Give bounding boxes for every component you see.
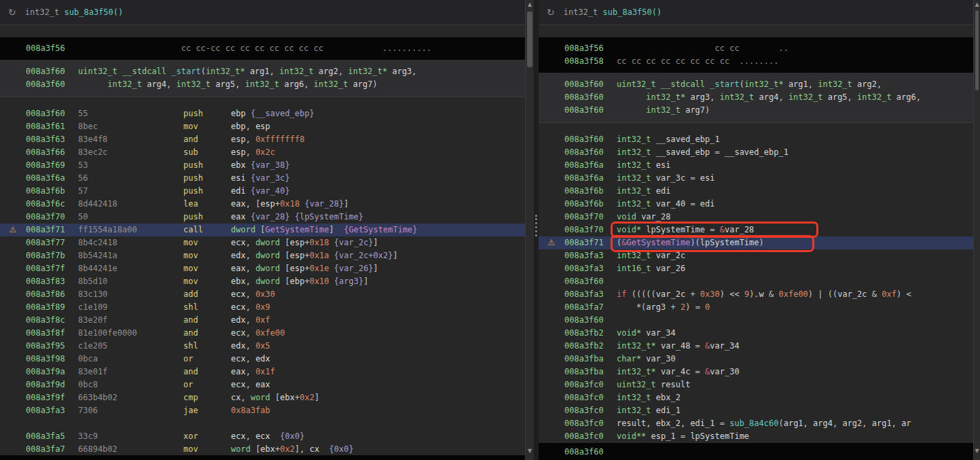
code-row[interactable]: 008a3f60 int32_t arg7) — [539, 104, 973, 117]
row-gutter — [539, 55, 564, 68]
token: esp — [290, 264, 305, 273]
scrollbar-thumb[interactable] — [527, 12, 532, 67]
section-sig: 008a3f60uint32_t __stdcall _start(int32_… — [0, 60, 525, 96]
left-scrollbar[interactable]: ▲ ▼ — [525, 0, 534, 460]
code-row[interactable]: 008a3fc0int32_t ebx_2 — [539, 391, 973, 404]
code-row[interactable]: 008a3f6aint32_t var_3c = esi — [539, 172, 973, 185]
token: ecx — [231, 328, 246, 338]
asm-row[interactable]: 008a3f6383e4f8andesp, 0xfffffff8 — [0, 133, 525, 146]
right-scrollbar[interactable]: ▲ ▼ — [973, 0, 980, 460]
asm-row[interactable]: 008a3f7f8b44241emoveax, dword [esp+0x1e … — [0, 262, 525, 275]
code-tokens: eax, [esp+0x18 {var_28}] — [231, 198, 525, 211]
code-row[interactable]: 008a3f6bint32_t var_40 = edi — [539, 198, 973, 211]
asm-row[interactable]: 008a3f95c1e205shledx, 0x5 — [0, 340, 525, 353]
scroll-up-button[interactable]: ▲ — [974, 0, 980, 10]
asm-row[interactable]: 008a3f8c83e20fandedx, 0xf — [0, 314, 525, 327]
token: GetSystemTime — [626, 238, 690, 247]
asm-row[interactable]: 008a3f8f81e100fe0000andecx, 0xfe00 — [0, 327, 525, 340]
code-row[interactable] — [0, 417, 525, 430]
address: 008a3f89 — [26, 301, 78, 314]
refresh-icon[interactable]: ↻ — [8, 7, 16, 18]
token: uint32_t — [617, 380, 661, 389]
code-row[interactable]: 008a3f6aint32_t esi — [539, 159, 973, 172]
splitter-grip-icon[interactable] — [535, 215, 537, 236]
code-row[interactable]: 008a3f58cc cc cc cc cc cc cc cc ........ — [539, 55, 973, 68]
code-row[interactable]: ⚠008a3f71(&GetSystemTime)(lpSystemTime) — [539, 236, 973, 249]
instruction-bytes: 0bc8 — [78, 378, 183, 391]
token: [ — [285, 264, 290, 273]
code-row[interactable]: 008a3fb2int32_t* var_48 = &var_34 — [539, 340, 973, 353]
address: 008a3fa7 — [564, 301, 617, 314]
asm-row[interactable]: ⚠008a3f71ff1554a18a00calldword [GetSyste… — [0, 224, 525, 236]
code-row[interactable]: 008a3f60 — [539, 314, 973, 327]
asm-row[interactable]: 008a3f8683c130addecx, 0x30 — [0, 288, 525, 301]
address: 008a3f9f — [26, 391, 78, 404]
token: int32_t — [279, 67, 314, 76]
code-row[interactable]: 008a3f60 int32_t arg4, int32_t arg5, int… — [0, 78, 525, 91]
token: = — [685, 173, 700, 183]
asm-row[interactable]: 008a3f6055pushebp {__saved_ebp} — [0, 107, 525, 120]
function-name[interactable]: sub_8a3f50() — [603, 7, 662, 17]
code-row[interactable]: 008a3fbaint32_t* var_4c = &var_30 — [539, 366, 973, 378]
code-row[interactable]: 008a3f60uint32_t __stdcall _start(int32_… — [0, 65, 525, 78]
asm-row[interactable]: 008a3f838b5d10movebx, dword [ebp+0x10 {a… — [0, 275, 525, 288]
code-row[interactable]: 008a3fb2void* var_34 — [539, 327, 973, 340]
code-row[interactable]: 008a3f60 — [539, 275, 973, 288]
code-row[interactable]: 008a3fc0uint32_t result — [539, 378, 973, 391]
asm-row[interactable]: 008a3f7b8b54241amovedx, dword [esp+0x1a … — [0, 249, 525, 262]
asm-row[interactable]: 008a3fa533c9xorecx, ecx {0x0} — [0, 430, 525, 443]
asm-row[interactable]: 008a3f9a83e01fandeax, 0x1f — [0, 366, 525, 378]
address: 008a3f9a — [26, 366, 78, 378]
address: 008a3f63 — [26, 133, 78, 146]
code-row[interactable]: 008a3fc0result, ebx_2, edi_1 = sub_8a4c6… — [539, 417, 973, 430]
asm-row[interactable]: 008a3f89c1e109shlecx, 0x9 — [0, 301, 525, 314]
pane-splitter[interactable] — [534, 0, 539, 460]
code-row[interactable]: 008a3fbachar* var_30 — [539, 353, 973, 366]
asm-row[interactable]: 008a3f618becmovebp, esp — [0, 120, 525, 133]
row-gutter — [0, 443, 26, 456]
code-row[interactable]: 008a3f56 cc cc-cc cc cc cc cc cc cc cc .… — [0, 42, 525, 55]
scroll-down-button[interactable]: ▼ — [526, 446, 534, 456]
asm-row[interactable]: 008a3f6683ec2csubesp, 0x2c — [0, 146, 525, 159]
token: int32_t — [617, 186, 656, 196]
asm-row[interactable]: 008a3f778b4c2418movecx, dword [esp+0x18 … — [0, 236, 525, 249]
code-row[interactable]: 008a3f56 cc cc .. — [539, 42, 973, 55]
scrollbar-thumb[interactable] — [975, 10, 979, 90]
scroll-up-button[interactable]: ▲ — [526, 0, 534, 10]
scroll-down-button[interactable]: ▼ — [974, 446, 980, 456]
asm-row[interactable]: 008a3f9d0bc8orecx, eax — [0, 378, 525, 391]
address: 008a3fc0 — [564, 404, 617, 417]
code-row[interactable]: 008a3fc0void** esp_1 = lpSystemTime — [539, 430, 973, 443]
row-gutter — [539, 430, 564, 443]
code-row[interactable]: 008a3fa3int32_t var_2c — [539, 249, 973, 262]
asm-row[interactable]: 008a3f980bcaorecx, edx — [0, 353, 525, 366]
token: , — [246, 264, 255, 273]
code-row[interactable]: 008a3fa3int16_t var_26 — [539, 262, 973, 275]
token: arg4 — [754, 92, 778, 102]
code-row[interactable]: 008a3f6bint32_t edi — [539, 185, 973, 198]
code-row[interactable]: 008a3fa7 *(arg3 + 2) = 0 — [539, 301, 973, 314]
code-tokens: int32_t edi — [617, 185, 973, 198]
asm-row[interactable]: 008a3fa766894b02movword [ebx+0x2], cx {0… — [0, 443, 525, 456]
asm-row[interactable]: 008a3f6953pushebx {var_38} — [0, 159, 525, 172]
code-row[interactable]: 008a3f70void* lpSystemTime = &var_28 — [539, 224, 973, 236]
asm-row[interactable]: 008a3f6a56pushesi {var_3c} — [0, 172, 525, 185]
asm-row[interactable]: 008a3fa37306jae0x8a3fab — [0, 404, 525, 417]
refresh-icon[interactable]: ↻ — [547, 7, 555, 18]
asm-row[interactable]: 008a3f6c8d442418leaeax, [esp+0x18 {var_2… — [0, 198, 525, 211]
asm-row[interactable]: 008a3f6b57pushedi {var_40} — [0, 185, 525, 198]
code-row[interactable]: 008a3f60int32_t __saved_ebp = __saved_eb… — [539, 146, 973, 159]
code-row[interactable]: 008a3fc0int32_t edi_1 — [539, 404, 973, 417]
code-row[interactable]: 008a3f60 — [539, 446, 973, 459]
code-tokens: if (((((var_2c + 0x30) << 9).w & 0xfe00)… — [617, 288, 973, 301]
code-tokens: int32_t __saved_ebp_1 — [617, 133, 973, 146]
code-row[interactable]: 008a3f70void var_28 — [539, 211, 973, 224]
code-row[interactable]: 008a3f60uint32_t __stdcall _start(int32_… — [539, 78, 973, 91]
asm-row[interactable]: 008a3f7050pusheax {var_28} {lpSystemTime… — [0, 211, 525, 224]
function-name[interactable]: sub_8a3f50() — [65, 7, 124, 17]
code-tokens: word [ebx+0x2], cx {0x0} — [231, 443, 525, 456]
code-row[interactable]: 008a3f60int32_t __saved_ebp_1 — [539, 133, 973, 146]
code-row[interactable]: 008a3f60 int32_t* arg3, int32_t arg4, in… — [539, 91, 973, 104]
asm-row[interactable]: 008a3f9f663b4b02cmpcx, word [ebx+0x2] — [0, 391, 525, 404]
code-row[interactable]: 008a3fa3if (((((var_2c + 0x30) << 9).w &… — [539, 288, 973, 301]
